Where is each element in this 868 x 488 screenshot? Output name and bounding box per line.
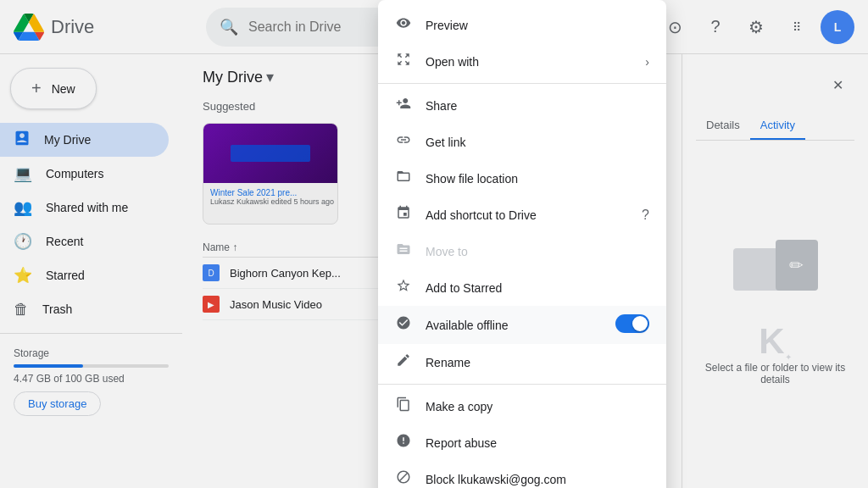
menu-label: Report abuse — [426, 436, 497, 450]
help-circle-icon: ? — [642, 208, 649, 223]
menu-item-starred[interactable]: Add to Starred — [378, 269, 666, 306]
menu-item-move-to: Move to — [378, 233, 666, 269]
open-with-icon — [395, 52, 412, 71]
menu-label: Share — [426, 99, 457, 113]
block-icon — [395, 469, 412, 488]
menu-label: Move to — [426, 245, 468, 258]
menu-label: Block lkukawski@gog.com — [426, 473, 566, 486]
rename-icon — [395, 352, 412, 372]
link-icon — [395, 132, 412, 152]
menu-item-copy[interactable]: Make a copy — [378, 388, 666, 424]
menu-item-rename[interactable]: Rename — [378, 344, 666, 380]
menu-label: Add to Starred — [426, 281, 502, 295]
menu-item-preview[interactable]: Preview — [378, 7, 666, 43]
star-icon — [395, 278, 412, 297]
toggle-switch[interactable] — [615, 314, 649, 333]
menu-item-share[interactable]: Share — [378, 87, 666, 124]
menu-item-add-shortcut[interactable]: Add shortcut to Drive ? — [378, 197, 666, 233]
menu-label: Preview — [426, 19, 468, 32]
menu-label: Get link — [426, 136, 465, 149]
move-icon — [395, 241, 412, 261]
menu-item-block[interactable]: Block lkukawski@gog.com — [378, 461, 666, 488]
menu-item-open-with[interactable]: Open with › — [378, 43, 666, 80]
menu-label: Available offline — [426, 319, 509, 332]
menu-label: Make a copy — [426, 400, 492, 413]
menu-item-show-location[interactable]: Show file location — [378, 160, 666, 197]
shortcut-drive-icon — [395, 205, 412, 225]
offline-icon — [395, 315, 412, 335]
menu-divider — [378, 83, 666, 84]
menu-label: Add shortcut to Drive — [426, 208, 537, 222]
share-icon — [395, 96, 412, 115]
menu-label: Show file location — [426, 172, 518, 186]
menu-divider-2 — [378, 384, 666, 385]
folder-location-icon — [395, 169, 412, 188]
menu-item-get-link[interactable]: Get link — [378, 124, 666, 160]
report-icon — [395, 433, 412, 452]
menu-item-report[interactable]: Report abuse — [378, 424, 666, 461]
offline-toggle[interactable] — [615, 314, 649, 336]
submenu-arrow-icon: › — [645, 55, 649, 69]
copy-icon — [395, 396, 412, 416]
toggle-knob — [632, 316, 648, 331]
menu-label: Open with — [426, 55, 479, 69]
menu-label: Rename — [426, 356, 470, 369]
preview-icon — [395, 15, 412, 35]
menu-item-offline[interactable]: Available offline — [378, 306, 666, 344]
context-menu: Preview Open with › Share Get link Show … — [378, 0, 666, 488]
